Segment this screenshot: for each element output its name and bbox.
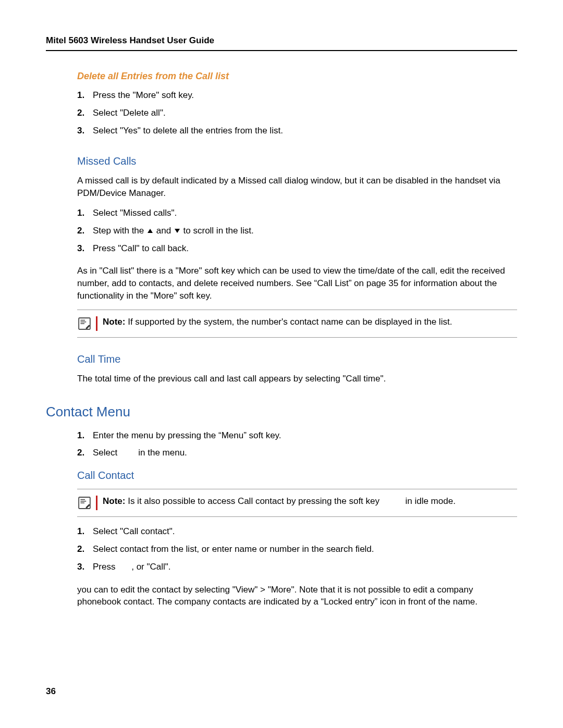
list-text: Press the "More" soft key. bbox=[93, 89, 517, 102]
list-text: Enter the menu by pressing the “Menu” so… bbox=[93, 429, 517, 442]
missed-calls-after: As in "Call list" there is a "More" soft… bbox=[77, 265, 517, 302]
text-fragment: to scroll in the list. bbox=[183, 226, 254, 236]
note-label: Note: bbox=[103, 317, 125, 327]
arrow-up-icon bbox=[148, 229, 153, 233]
list-number: 2. bbox=[77, 447, 93, 459]
note-body-b: in idle mode. bbox=[403, 496, 456, 506]
heading-missed-calls: Missed Calls bbox=[77, 155, 517, 167]
list-text: Step with the and to scroll in the list. bbox=[93, 225, 517, 237]
text-fragment: and bbox=[156, 226, 174, 236]
note-accent-bar bbox=[96, 496, 97, 510]
list-text: Select "Delete all". bbox=[93, 107, 517, 119]
text-fragment: Select bbox=[93, 448, 117, 458]
note-block: Note: If supported by the system, the nu… bbox=[77, 310, 517, 338]
contact-menu-steps: 1.Enter the menu by pressing the “Menu” … bbox=[77, 429, 517, 460]
list-item: 3.Press "Call" to call back. bbox=[77, 242, 517, 255]
note-text: Note: If supported by the system, the nu… bbox=[103, 316, 517, 328]
call-contact-steps: 1.Select "Call contact". 2.Select contac… bbox=[77, 525, 517, 573]
note-label: Note: bbox=[103, 496, 125, 506]
list-item: 3.Select "Yes" to delete all the entries… bbox=[77, 125, 517, 137]
page-content: Delete all Entries from the Call list 1.… bbox=[46, 71, 517, 608]
list-number: 1. bbox=[77, 525, 93, 538]
list-number: 2. bbox=[77, 543, 93, 556]
missed-calls-steps: 1.Select "Missed calls". 2. Step with th… bbox=[77, 207, 517, 254]
heading-contact-menu: Contact Menu bbox=[46, 404, 517, 420]
list-item: 2. Step with the and to scroll in the li… bbox=[77, 225, 517, 237]
note-text: Note: Is it also possible to access Call… bbox=[103, 496, 517, 508]
list-number: 2. bbox=[77, 107, 93, 119]
page-number: 36 bbox=[46, 686, 56, 697]
list-text: Press "Call" to call back. bbox=[93, 242, 517, 255]
list-text: Selectin the menu. bbox=[93, 447, 517, 459]
list-text: Select contact from the list, or enter n… bbox=[93, 543, 517, 556]
call-contact-after: you can to edit the contact by selecting… bbox=[77, 584, 517, 609]
page: Mitel 5603 Wireless Handset User Guide D… bbox=[0, 0, 563, 728]
text-fragment: Press bbox=[93, 562, 118, 572]
list-number: 1. bbox=[77, 207, 93, 219]
text-fragment: in the menu. bbox=[138, 448, 187, 458]
delete-all-steps: 1.Press the "More" soft key. 2.Select "D… bbox=[77, 89, 517, 137]
list-number: 1. bbox=[77, 89, 93, 102]
list-text: Select "Call contact". bbox=[93, 525, 517, 538]
text-fragment: , or "Call". bbox=[131, 562, 170, 572]
page-header: Mitel 5603 Wireless Handset User Guide bbox=[46, 35, 517, 51]
list-text: Select "Yes" to delete all the entries f… bbox=[93, 125, 517, 137]
heading-call-time: Call Time bbox=[77, 353, 517, 365]
heading-call-contact: Call Contact bbox=[77, 470, 517, 482]
list-number: 1. bbox=[77, 429, 93, 442]
list-item: 2. Selectin the menu. bbox=[77, 447, 517, 459]
arrow-down-icon bbox=[175, 229, 180, 233]
text-fragment: Step with the bbox=[93, 226, 146, 236]
heading-delete-all: Delete all Entries from the Call list bbox=[77, 71, 517, 82]
list-number: 3. bbox=[77, 242, 93, 255]
list-item: 1.Enter the menu by pressing the “Menu” … bbox=[77, 429, 517, 442]
missed-calls-intro: A missed call is by default indicated by… bbox=[77, 175, 517, 200]
note-body-a: Is it also possible to access Call conta… bbox=[125, 496, 382, 506]
note-icon bbox=[77, 496, 92, 510]
list-number: 3. bbox=[77, 125, 93, 137]
list-text: Select "Missed calls". bbox=[93, 207, 517, 219]
note-body: If supported by the system, the number's… bbox=[125, 317, 452, 327]
list-number: 3. bbox=[77, 561, 93, 573]
list-number: 2. bbox=[77, 225, 93, 237]
note-block: Note: Is it also possible to access Call… bbox=[77, 489, 517, 517]
list-item: 2.Select contact from the list, or enter… bbox=[77, 543, 517, 556]
note-icon bbox=[77, 316, 92, 331]
list-item: 3. Press , or "Call". bbox=[77, 561, 517, 573]
call-time-text: The total time of the previous call and … bbox=[77, 373, 517, 385]
list-item: 1.Select "Call contact". bbox=[77, 525, 517, 538]
list-item: 2.Select "Delete all". bbox=[77, 107, 517, 119]
list-item: 1.Select "Missed calls". bbox=[77, 207, 517, 219]
note-accent-bar bbox=[96, 316, 97, 331]
list-text: Press , or "Call". bbox=[93, 561, 517, 573]
list-item: 1.Press the "More" soft key. bbox=[77, 89, 517, 102]
